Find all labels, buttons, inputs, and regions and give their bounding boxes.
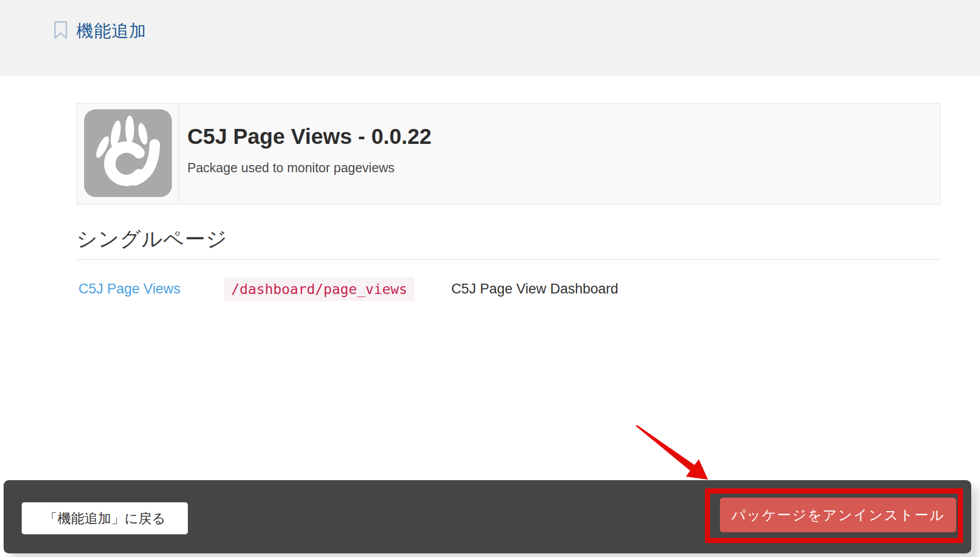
- single-page-path: /dashboard/page_views: [224, 277, 414, 301]
- package-info: C5J Page Views - 0.0.22 Package used to …: [179, 104, 431, 204]
- single-page-row: C5J Page Views /dashboard/page_views C5J…: [78, 275, 940, 303]
- package-title: C5J Page Views - 0.0.22: [187, 124, 431, 149]
- package-icon-cell: [77, 104, 179, 204]
- package-uninstall-page: { "header": { "title": "機能追加", "icon": "…: [0, 0, 980, 557]
- page-header: 機能追加: [0, 0, 980, 76]
- page-title: 機能追加: [76, 20, 147, 43]
- section-divider: [76, 259, 940, 260]
- page-header-inner: 機能追加: [54, 20, 147, 43]
- footer-action-bar: 「機能追加」に戻る パッケージをアンインストール: [4, 480, 971, 553]
- uninstall-button[interactable]: パッケージをアンインストール: [720, 498, 956, 532]
- concrete5-hand-icon: [84, 109, 172, 199]
- back-button[interactable]: 「機能追加」に戻る: [22, 502, 188, 534]
- single-page-path-cell: /dashboard/page_views: [224, 281, 414, 297]
- single-page-description: C5J Page View Dashboard: [451, 281, 618, 297]
- package-description: Package used to monitor pageviews: [187, 160, 431, 175]
- annotation-arrow-icon: [619, 413, 722, 485]
- single-page-name-cell: C5J Page Views: [78, 281, 224, 297]
- package-card: C5J Page Views - 0.0.22 Package used to …: [76, 103, 940, 205]
- single-page-link[interactable]: C5J Page Views: [78, 281, 181, 297]
- bookmark-icon[interactable]: [54, 21, 68, 42]
- single-pages-heading: シングルページ: [76, 225, 228, 253]
